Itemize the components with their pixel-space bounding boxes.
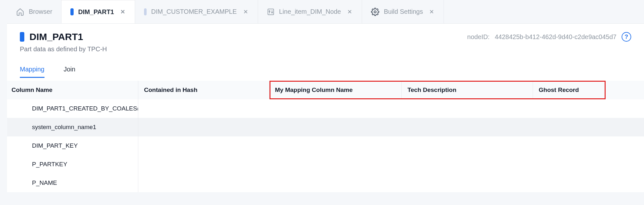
svg-point-4 xyxy=(271,12,272,13)
close-icon[interactable]: ✕ xyxy=(243,8,249,15)
tab-dim-part1-label: DIM_PART1 xyxy=(78,8,114,16)
nodeid-group: nodeID: 4428425b-b412-462d-9d40-c2de9ac0… xyxy=(467,32,631,42)
svg-rect-0 xyxy=(268,9,274,15)
cell-tech-desc xyxy=(401,136,532,155)
cell-my-mapping xyxy=(270,99,401,118)
tab-build-settings-label: Build Settings xyxy=(384,8,423,15)
cell-tech-desc xyxy=(401,155,532,174)
cell-ghost xyxy=(532,136,606,155)
tab-dim-customer-example-label: DIM_CUSTOMER_EXAMPLE xyxy=(151,8,237,15)
home-icon xyxy=(16,8,24,16)
th-ghost-record[interactable]: Ghost Record xyxy=(533,82,607,98)
cell-spacer xyxy=(606,155,644,174)
th-column-name[interactable]: Column Name xyxy=(7,81,138,99)
help-icon[interactable]: ? xyxy=(622,32,631,42)
cell-ghost xyxy=(532,118,606,136)
cell-my-mapping xyxy=(270,155,401,174)
cell-contained xyxy=(138,155,270,174)
cell-column-name: P_PARTKEY xyxy=(7,155,138,174)
close-icon[interactable]: ✕ xyxy=(429,8,435,15)
cell-ghost xyxy=(532,174,606,192)
cell-tech-desc xyxy=(401,174,532,192)
tab-dim-part1[interactable]: DIM_PART1 ✕ xyxy=(61,0,135,23)
table-row[interactable]: P_PARTKEY xyxy=(7,155,644,174)
table-row[interactable]: P_NAME xyxy=(7,174,644,192)
table-row[interactable]: DIM_PART1_CREATED_BY_COALES( xyxy=(7,99,644,118)
th-tech-description[interactable]: Tech Description xyxy=(402,82,533,98)
nodeid-value: 4428425b-b412-462d-9d40-c2de9ac045d7 xyxy=(495,33,616,41)
cell-column-name: DIM_PART1_CREATED_BY_COALES( xyxy=(7,99,138,118)
cell-contained xyxy=(138,174,270,192)
cell-tech-desc xyxy=(401,118,532,136)
sliders-icon xyxy=(267,8,275,16)
table-header-row: Column Name Contained in Hash My Mapping… xyxy=(7,81,644,99)
cell-column-name: P_NAME xyxy=(7,174,138,192)
cell-ghost xyxy=(532,99,606,118)
page-content: DIM_PART1 nodeID: 4428425b-b412-462d-9d4… xyxy=(7,23,644,81)
cell-contained xyxy=(138,118,270,136)
dimension-icon xyxy=(144,8,147,15)
subnav: Mapping Join xyxy=(20,62,631,78)
table-row[interactable]: DIM_PART_KEY xyxy=(7,136,644,155)
cell-my-mapping xyxy=(270,136,401,155)
svg-point-5 xyxy=(374,11,376,13)
mapping-table: Column Name Contained in Hash My Mapping… xyxy=(7,81,644,192)
custom-columns-highlight: My Mapping Column Name Tech Description … xyxy=(270,81,606,99)
cell-contained xyxy=(138,136,270,155)
cell-spacer xyxy=(606,118,644,136)
cell-ghost xyxy=(532,155,606,174)
cell-spacer xyxy=(606,174,644,192)
gear-icon xyxy=(371,8,379,16)
tab-line-item[interactable]: Line_item_DIM_Node ✕ xyxy=(258,0,362,23)
close-icon[interactable]: ✕ xyxy=(120,8,126,15)
tab-build-settings[interactable]: Build Settings ✕ xyxy=(362,0,444,23)
cell-spacer xyxy=(606,136,644,155)
dimension-icon xyxy=(20,32,24,42)
page-subtitle: Part data as defined by TPC-H xyxy=(20,45,631,53)
tab-line-item-label: Line_item_DIM_Node xyxy=(279,8,341,15)
tab-browser-label: Browser xyxy=(29,8,52,15)
page-title-group: DIM_PART1 xyxy=(20,31,83,42)
cell-my-mapping xyxy=(270,118,401,136)
subnav-tab-join[interactable]: Join xyxy=(64,62,76,78)
th-my-mapping[interactable]: My Mapping Column Name xyxy=(270,82,402,98)
cell-column-name: DIM_PART_KEY xyxy=(7,136,138,155)
tab-dim-customer-example[interactable]: DIM_CUSTOMER_EXAMPLE ✕ xyxy=(135,0,258,23)
table-row[interactable]: system_column_name1 xyxy=(7,118,644,136)
close-icon[interactable]: ✕ xyxy=(347,8,353,15)
cell-contained xyxy=(138,99,270,118)
dimension-icon xyxy=(70,8,74,15)
th-spacer xyxy=(606,81,644,99)
cell-column-name: system_column_name1 xyxy=(7,118,138,136)
nodeid-label: nodeID: xyxy=(467,33,490,41)
svg-point-3 xyxy=(269,11,270,12)
page-title: DIM_PART1 xyxy=(29,31,83,42)
cell-my-mapping xyxy=(270,174,401,192)
tab-browser[interactable]: Browser xyxy=(7,0,61,23)
cell-tech-desc xyxy=(401,99,532,118)
page-header-row: DIM_PART1 nodeID: 4428425b-b412-462d-9d4… xyxy=(20,31,631,42)
subnav-tab-mapping[interactable]: Mapping xyxy=(20,62,44,78)
tab-bar: Browser DIM_PART1 ✕ DIM_CUSTOMER_EXAMPLE… xyxy=(0,0,644,23)
cell-spacer xyxy=(606,99,644,118)
th-contained-in-hash[interactable]: Contained in Hash xyxy=(138,81,270,99)
